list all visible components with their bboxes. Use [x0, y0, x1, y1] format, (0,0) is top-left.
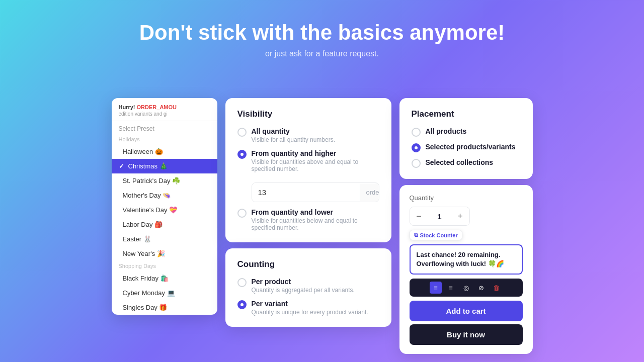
order-highlight: ORDER_AMOU [137, 104, 177, 110]
selected-products-label: Selected products/variants [426, 143, 516, 151]
right-panel: Placement All products Selected products… [399, 98, 533, 354]
counting-title: Counting [237, 259, 379, 269]
visibility-title: Visibility [237, 109, 379, 119]
per-product-desc: Quantity is aggregated per all variants. [252, 287, 355, 294]
stock-counter-label: Stock Counter [420, 232, 458, 238]
visibility-option-lower[interactable]: From quantity and lower Visible for quan… [237, 208, 379, 231]
placement-title: Placement [412, 109, 521, 119]
all-products-label: All products [426, 127, 467, 135]
quantity-value: 1 [428, 212, 451, 221]
per-product-label: Per product [252, 278, 355, 286]
holiday-item-easter[interactable]: Easter 🐰 [112, 232, 217, 246]
preset-dropdown-panel: Hurry! ORDER_AMOU edition variants and g… [112, 98, 217, 315]
selected-collections-label: Selected collections [426, 158, 494, 166]
select-preset-label: Select Preset [112, 121, 217, 134]
stock-counter-icon: ⧉ [414, 232, 418, 238]
toolbar-align-center[interactable]: ≡ [445, 282, 457, 294]
counting-options: Per product Quantity is aggregated per a… [237, 278, 379, 316]
placement-option-all[interactable]: All products [412, 127, 521, 137]
visibility-option-higher[interactable]: From quantity and higher Visible for qua… [237, 149, 379, 172]
radio-all-products[interactable] [412, 128, 421, 137]
holiday-item-valentines[interactable]: Valentine's Day 💝 [112, 203, 217, 217]
radio-lower-label: From quantity and lower [252, 208, 379, 216]
add-to-cart-button[interactable]: Add to cart [410, 301, 523, 321]
quantity-unit-label: orders [360, 184, 379, 201]
radio-from-higher[interactable] [237, 150, 247, 159]
per-variant-desc: Quantity is unique for every product var… [252, 309, 368, 316]
radio-all-quantity[interactable] [237, 128, 247, 137]
holiday-item-christmas[interactable]: Christmas 🎄 [112, 159, 217, 173]
radio-all-label: All quantity [252, 127, 336, 135]
radio-per-variant[interactable] [237, 300, 247, 309]
placement-option-selected[interactable]: Selected products/variants [412, 143, 521, 152]
middle-panel: Visibility All quantity Visible for all … [225, 98, 391, 327]
content-area: Hurry! ORDER_AMOU edition variants and g… [0, 98, 644, 362]
placement-card: Placement All products Selected products… [399, 98, 533, 179]
radio-per-product[interactable] [237, 278, 247, 287]
shopping-days-section-label: Shopping Days [112, 261, 217, 271]
holiday-item-mothersday[interactable]: Mother's Day 👒 [112, 188, 217, 203]
stock-message-line1: Last chance! 20 remaining. [417, 250, 516, 259]
stock-message-box: Last chance! 20 remaining. Overflowing w… [410, 244, 523, 275]
holiday-item-halloween[interactable]: Halloween 🎃 [112, 144, 217, 159]
counting-option-per-variant[interactable]: Per variant Quantity is unique for every… [237, 300, 379, 316]
page-subtitle: or just ask for a feature request. [10, 49, 634, 58]
radio-higher-desc: Visible for quantities above and equal t… [252, 158, 379, 172]
placement-option-collections[interactable]: Selected collections [412, 158, 521, 168]
toolbar-delete[interactable]: 🗑 [490, 282, 502, 294]
radio-selected-collections[interactable] [412, 159, 421, 168]
stock-counter-badge: ⧉ Stock Counter [410, 230, 462, 240]
quantity-card: Quantity − 1 + ⧉ Stock Counter Last chan… [399, 185, 533, 354]
toolbar-align-left[interactable]: ≡ [430, 282, 442, 294]
radio-higher-label: From quantity and higher [252, 149, 379, 157]
radio-from-lower[interactable] [237, 209, 247, 218]
hurry-text: Hurry! ORDER_AMOU [119, 104, 210, 110]
page-header: Don't stick with the basics anymore! or … [0, 0, 644, 68]
editor-toolbar: ≡ ≡ ◎ ⊘ 🗑 [410, 279, 523, 297]
shopping-item-blackfriday[interactable]: Black Friday 🛍️ [112, 271, 217, 286]
panel-subtitle: edition variants and gi [119, 111, 210, 117]
counting-card: Counting Per product Quantity is aggrega… [225, 248, 391, 327]
shopping-item-singlesday[interactable]: Singles Day 🎁 [112, 300, 217, 315]
stock-message-line2: Overflowing with luck! 🍀🌈 [417, 259, 516, 268]
visibility-options: All quantity Visible for all quantity nu… [237, 127, 379, 231]
visibility-option-all[interactable]: All quantity Visible for all quantity nu… [237, 127, 379, 143]
radio-all-desc: Visible for all quantity numbers. [252, 136, 336, 143]
page-title: Don't stick with the basics anymore! [10, 20, 634, 45]
visibility-card: Visibility All quantity Visible for all … [225, 98, 391, 242]
radio-lower-desc: Visible for quantities below and equal t… [252, 217, 379, 231]
holiday-item-newyears[interactable]: New Year's 🎉 [112, 246, 217, 261]
quantity-label: Quantity [410, 194, 523, 202]
quantity-input-row: orders [252, 183, 379, 202]
quantity-decrement-button[interactable]: − [410, 207, 428, 225]
panel-header: Hurry! ORDER_AMOU edition variants and g… [112, 98, 217, 121]
quantity-stepper: − 1 + [410, 207, 470, 226]
radio-selected-products[interactable] [412, 143, 421, 152]
counting-option-per-product[interactable]: Per product Quantity is aggregated per a… [237, 278, 379, 294]
buy-now-button[interactable]: Buy it now [410, 324, 523, 345]
toolbar-style-1[interactable]: ◎ [460, 282, 472, 294]
quantity-number-input[interactable] [252, 183, 360, 202]
quantity-increment-button[interactable]: + [451, 207, 469, 225]
placement-options: All products Selected products/variants … [412, 127, 521, 168]
toolbar-style-2[interactable]: ⊘ [475, 282, 487, 294]
per-variant-label: Per variant [252, 300, 368, 308]
holiday-item-laborday[interactable]: Labor Day 🎒 [112, 217, 217, 232]
shopping-item-cybermonday[interactable]: Cyber Monday 💻 [112, 286, 217, 300]
holiday-item-stpatricks[interactable]: St. Patrick's Day ☘️ [112, 173, 217, 188]
holidays-section-label: Holidays [112, 134, 217, 144]
